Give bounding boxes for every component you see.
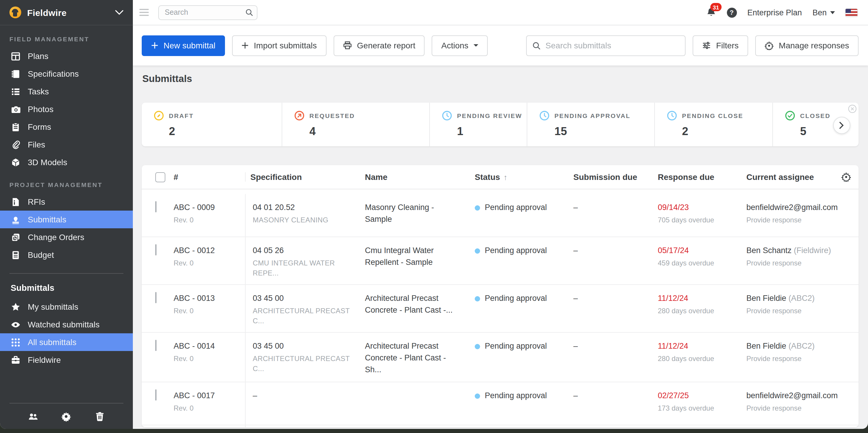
column-header-status[interactable]: Status ↑ <box>468 172 566 182</box>
global-search-input[interactable] <box>158 5 257 20</box>
submittal-revision: Rev. 0 <box>174 354 239 364</box>
plan-label: Enterprise Plan <box>747 8 802 17</box>
user-menu[interactable]: Ben <box>812 8 835 17</box>
generate-report-button[interactable]: Generate report <box>333 35 425 56</box>
tasks-icon <box>11 87 21 96</box>
project-switcher[interactable]: Fieldwire <box>0 0 133 25</box>
cell-response-due: 09/14/23 705 days overdue <box>651 194 739 237</box>
chevron-down-icon <box>474 44 478 46</box>
submittals-search <box>526 35 686 56</box>
submission-due-date: – <box>574 245 645 257</box>
spec-code: 04 05 26 <box>253 245 352 257</box>
assignee-name: benfieldwire2@gmail.com <box>746 203 838 212</box>
status-card-pending-close[interactable]: PENDING CLOSE 2 <box>654 103 772 146</box>
table-row[interactable]: ABC - 0013 Rev. 0 03 45 00 ARCHITECTURAL… <box>142 284 859 332</box>
column-header-response-due[interactable]: Response due <box>651 172 739 182</box>
table-row[interactable]: ABC - 0017 Rev. 0 – <box>142 382 859 425</box>
sort-ascending-icon: ↑ <box>504 172 507 181</box>
table-header-row: # Specification Name Status ↑ Submission… <box>142 165 859 189</box>
menu-icon[interactable] <box>140 7 149 18</box>
close-summary-icon[interactable] <box>848 104 857 113</box>
overdue-label: 280 days overdue <box>658 306 733 316</box>
section-label-field-management: FIELD MANAGEMENT <box>0 25 133 47</box>
status-card-draft[interactable]: DRAFT 2 <box>142 103 282 146</box>
actions-button[interactable]: Actions <box>432 35 488 56</box>
cell-specification: 03 45 00 ARCHITECTURAL PRECAST C... <box>245 333 358 382</box>
sidebar-item-label: 3D Models <box>28 158 67 167</box>
people-icon[interactable] <box>28 411 38 422</box>
row-checkbox[interactable] <box>155 389 156 401</box>
status-count: 15 <box>554 125 651 138</box>
sidebar-item-fieldwire-folder[interactable]: Fieldwire <box>0 351 133 369</box>
page-title: Submittals <box>142 73 859 85</box>
column-header-submission-due[interactable]: Submission due <box>566 172 651 182</box>
select-all-checkbox[interactable] <box>155 172 165 182</box>
import-submittals-button[interactable]: Import submittals <box>232 35 326 56</box>
column-header-current-assignee[interactable]: Current assignee <box>739 172 859 182</box>
status-card-pending-review[interactable]: PENDING REVIEW 1 <box>429 103 527 146</box>
column-header-number[interactable]: # <box>166 172 245 182</box>
sidebar-item-3d-models[interactable]: 3D Models <box>0 154 133 171</box>
sidebar-item-tasks[interactable]: Tasks <box>0 82 133 100</box>
filters-button[interactable]: Filters <box>693 35 748 56</box>
submittals-table: # Specification Name Status ↑ Submission… <box>142 165 859 427</box>
cell-current-assignee: benfieldwire2@gmail.com Provide response <box>739 194 859 237</box>
cell-specification: 04 05 26 CMU INTEGRAL WATER REPE... <box>245 237 358 284</box>
status-card-requested[interactable]: REQUESTED 4 <box>282 103 429 146</box>
submittal-revision: Rev. 0 <box>174 403 239 413</box>
cell-submission-due: – <box>566 285 651 332</box>
row-checkbox[interactable] <box>155 340 156 351</box>
cell-submission-due: – <box>566 333 651 382</box>
manage-responses-button[interactable]: Manage responses <box>755 35 859 56</box>
help-button[interactable]: ? <box>726 7 737 18</box>
sidebar-item-forms[interactable]: Forms <box>0 118 133 136</box>
sidebar-item-change-orders[interactable]: Change Orders <box>0 228 133 246</box>
fieldwire-logo-icon <box>9 6 21 18</box>
sliders-icon <box>702 41 711 49</box>
submittals-search-input[interactable] <box>526 35 686 56</box>
change-orders-icon <box>11 232 21 242</box>
sidebar-item-rfis[interactable]: RFIs <box>0 193 133 210</box>
gear-icon[interactable] <box>61 411 72 422</box>
notifications-button[interactable]: 31 <box>706 7 716 18</box>
fieldwire-app-window: Fieldwire FIELD MANAGEMENT Plans Specifi… <box>0 0 868 429</box>
row-checkbox[interactable] <box>155 201 156 212</box>
cell-number: ABC - 0014 Rev. 0 <box>166 333 245 382</box>
table-row[interactable]: ABC - 0012 Rev. 0 04 05 26 CMU INTEGRAL … <box>142 237 859 284</box>
sidebar-item-label: RFIs <box>28 197 45 206</box>
sidebar-item-my-submittals[interactable]: My submittals <box>0 298 133 315</box>
column-header-specification[interactable]: Specification <box>245 172 358 182</box>
new-submittal-button[interactable]: New submittal <box>142 35 225 56</box>
cell-name: Architectural Precast Concrete - Plant C… <box>358 285 468 332</box>
status-card-pending-approval[interactable]: PENDING APPROVAL 15 <box>527 103 654 146</box>
chevron-down-icon <box>830 11 835 14</box>
gear-icon <box>765 41 774 50</box>
sidebar-item-plans[interactable]: Plans <box>0 47 133 65</box>
trash-icon[interactable] <box>94 411 105 422</box>
table-row[interactable]: ABC - 0011 04 05 26 Cmu Integral Water <box>142 425 859 427</box>
sidebar-item-all-submittals[interactable]: All submittals <box>0 333 133 351</box>
table-row[interactable]: ABC - 0014 Rev. 0 03 45 00 ARCHITECTURAL… <box>142 332 859 382</box>
status-label: CLOSED <box>800 112 831 119</box>
sidebar-item-label: Plans <box>28 51 49 61</box>
sidebar-item-specifications[interactable]: Specifications <box>0 65 133 82</box>
forms-icon <box>11 122 21 132</box>
row-checkbox[interactable] <box>155 244 156 256</box>
column-settings-icon[interactable] <box>841 172 851 182</box>
assignee-action: Provide response <box>746 354 852 364</box>
files-icon <box>11 139 21 149</box>
sidebar-item-budget[interactable]: Budget <box>0 246 133 264</box>
sidebar-item-photos[interactable]: Photos <box>0 100 133 118</box>
column-header-name[interactable]: Name <box>358 172 468 182</box>
submission-due-date: – <box>574 390 645 402</box>
us-flag-icon[interactable] <box>845 8 857 16</box>
budget-icon <box>11 250 21 260</box>
sidebar-item-submittals[interactable]: Submittals <box>0 210 133 228</box>
response-due-date: 11/12/24 <box>658 340 733 352</box>
cell-status: Pending approval <box>468 382 566 425</box>
row-checkbox[interactable] <box>155 292 156 303</box>
sidebar-item-watched-submittals[interactable]: Watched submittals <box>0 315 133 333</box>
table-row[interactable]: ABC - 0009 Rev. 0 04 01 20.52 MASONRY CL… <box>142 194 859 237</box>
sidebar-item-files[interactable]: Files <box>0 136 133 154</box>
next-statuses-button[interactable] <box>833 117 850 134</box>
